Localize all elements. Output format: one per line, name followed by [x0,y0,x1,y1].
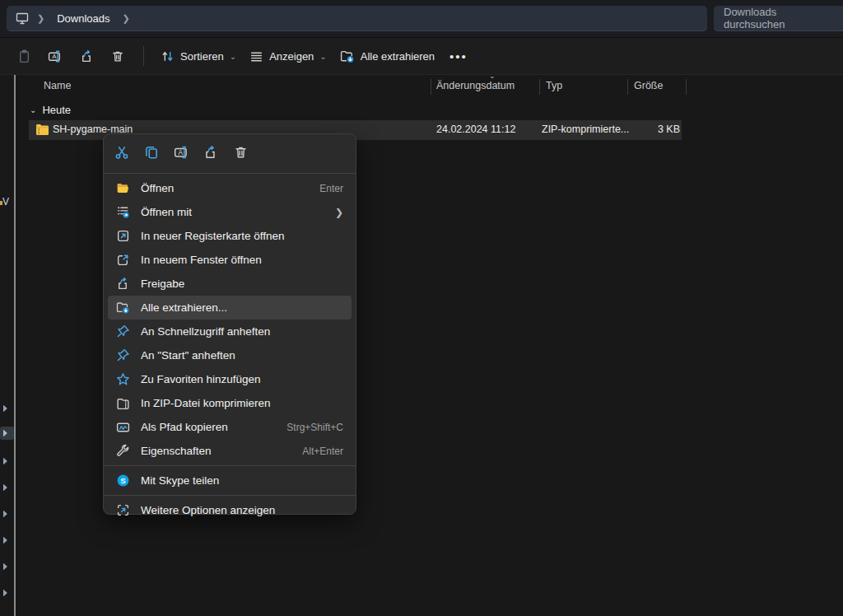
rename-button[interactable]: A [40,42,71,70]
menu-item-show-more-options[interactable]: Weitere Optionen anzeigen [108,498,352,522]
zip-folder-icon [35,124,49,136]
delete-button[interactable] [102,42,133,70]
search-placeholder: Downloads durchsuchen [724,6,840,30]
shortcut-label: Strg+Shift+C [286,422,343,433]
sort-button[interactable]: Sortieren ⌄ [154,42,243,70]
chevron-down-icon: ⌄ [319,52,326,61]
sort-label: Sortieren [180,50,224,63]
pin-icon [116,348,130,362]
file-size: 3 KB [636,124,680,135]
breadcrumb-chevron-icon[interactable]: ❯ [123,13,130,24]
group-header-heute[interactable]: ⌄ Heute [30,101,71,118]
menu-item-add-favorites[interactable]: Zu Favoriten hinzufügen [108,367,352,391]
wrench-icon [116,444,130,458]
menu-item-copy-as-path[interactable]: Als Pfad kopieren Strg+Shift+C [108,415,352,439]
view-icon [249,49,263,63]
sort-indicator-icon: ⌄ [489,72,496,80]
group-label: Heute [42,104,71,116]
breadcrumb-chevron-icon: ❯ [37,13,44,24]
group-collapse-icon[interactable]: ⌄ [30,105,36,114]
nav-chevron-icon[interactable] [2,507,13,520]
sort-icon [161,49,175,63]
pin-icon [116,324,130,338]
column-divider[interactable] [431,79,431,95]
svg-text:A: A [178,148,183,156]
open-with-icon [116,205,130,219]
nav-chevron-icon[interactable] [2,402,13,415]
delete-icon [111,49,124,63]
menu-separator [104,173,356,174]
nav-chevron-icon[interactable] [2,560,13,573]
submenu-chevron-icon: ❯ [335,207,343,218]
column-divider[interactable] [627,79,628,95]
menu-item-extract-all[interactable]: Alle extrahieren... [108,296,352,320]
menu-item-share[interactable]: Freigabe [108,272,352,296]
nav-chevron-icon[interactable] [2,534,13,547]
share-icon [116,277,130,291]
search-input[interactable]: Downloads durchsuchen [714,6,843,31]
nav-chevron-icon[interactable] [2,586,13,600]
column-header-name[interactable]: Name [44,80,71,91]
breadcrumb-location[interactable]: Downloads [52,11,114,26]
menu-item-open-new-window[interactable]: In neuem Fenster öffnen [108,248,352,272]
zip-folder-icon [116,396,130,410]
menu-item-share-skype[interactable]: S Mit Skype teilen [108,469,352,492]
cut-button[interactable] [110,141,133,164]
nav-item-clipped-label: V [2,196,9,208]
star-icon [116,372,130,386]
extract-icon [340,49,355,63]
delete-button[interactable] [229,141,252,164]
column-header-type[interactable]: Typ [546,80,562,91]
menu-item-open-new-tab[interactable]: In neuer Registerkarte öffnen [108,224,352,248]
more-options-button[interactable]: ••• [441,49,476,63]
extract-all-button[interactable]: Alle extrahieren [333,42,441,70]
menu-item-open[interactable]: Öffnen Enter [108,176,352,200]
copy-button[interactable] [140,141,163,164]
svg-text:S: S [120,476,125,485]
column-divider[interactable] [686,79,687,95]
nav-chevron-icon[interactable] [2,455,13,468]
toolbar-separator [143,46,144,66]
extract-icon [116,301,130,315]
skype-icon: S [116,474,130,488]
chevron-down-icon: ⌄ [230,52,236,61]
menu-item-compress-zip[interactable]: In ZIP-Datei komprimieren [108,391,352,415]
menu-item-open-with[interactable]: Öffnen mit ❯ [108,200,352,224]
share-button[interactable] [71,42,102,70]
rename-icon: A [48,49,63,63]
rename-button[interactable]: A [170,141,193,164]
paste-icon [17,49,31,63]
column-divider[interactable] [539,79,540,95]
command-toolbar: A Sortieren ⌄ Anzeigen ⌄ Alle extrahiere… [0,37,843,75]
svg-text:A: A [52,53,57,60]
menu-item-properties[interactable]: Eigenschaften Alt+Enter [108,439,352,463]
shortcut-label: Enter [319,183,343,194]
folder-open-icon [116,181,130,195]
column-header-size[interactable]: Größe [634,80,663,91]
column-header-row: Name ⌄ Änderungsdatum Typ Größe [16,77,843,97]
context-menu: A Öffnen Enter Öffnen mit ❯ In neuer Reg… [103,133,356,515]
more-options-icon [116,503,130,517]
file-modified: 24.02.2024 11:12 [436,124,515,135]
file-type: ZIP-komprimierte... [542,124,629,135]
new-window-icon [116,253,130,267]
address-bar[interactable]: ❯ Downloads ❯ [7,6,707,31]
share-button[interactable] [199,141,222,164]
paste-button[interactable] [8,42,40,70]
menu-item-pin-quick-access[interactable]: An Schnellzugriff anheften [108,320,352,343]
menu-separator [104,465,356,466]
menu-item-pin-start[interactable]: An "Start" anheften [108,343,352,367]
new-tab-icon [116,229,130,243]
this-pc-icon[interactable] [15,12,30,25]
share-icon [80,49,94,63]
nav-chevron-icon[interactable] [2,481,13,494]
copy-path-icon [116,420,130,434]
extract-label: Alle extrahieren [361,50,435,63]
title-bar: ❯ Downloads ❯ Downloads durchsuchen [0,0,843,37]
quick-action-row: A [104,139,356,170]
shortcut-label: Alt+Enter [302,446,343,457]
pane-splitter[interactable] [14,75,16,616]
view-button[interactable]: Anzeigen ⌄ [243,42,333,70]
column-header-modified[interactable]: Änderungsdatum [436,80,515,91]
nav-chevron-icon[interactable] [0,427,14,440]
